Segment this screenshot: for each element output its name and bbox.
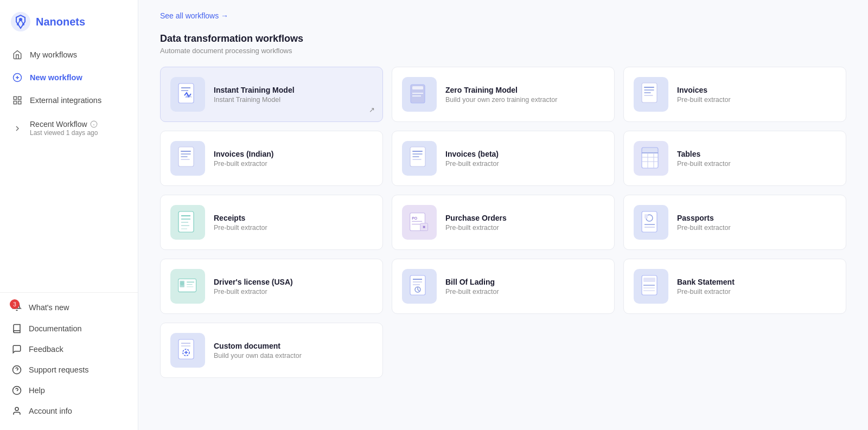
svg-point-4 xyxy=(17,23,19,25)
account-info-label: Account info xyxy=(29,407,72,415)
workflow-cards-grid: Instant Training ModelInstant Training M… xyxy=(160,67,846,378)
card-title-invoices: Invoices xyxy=(677,86,836,94)
feedback-label: Feedback xyxy=(29,345,63,354)
card-icon-bank-statement xyxy=(634,269,668,304)
card-title-receipts: Receipts xyxy=(214,214,373,222)
sidebar-item-label: My workflows xyxy=(30,50,77,59)
sidebar-item-label: New workflow xyxy=(30,73,82,82)
svg-rect-81 xyxy=(643,278,655,282)
card-title-bank-statement: Bank Statement xyxy=(677,278,836,286)
workflow-card-purchase-orders[interactable]: POPurchase OrdersPre-built extractor xyxy=(392,195,615,250)
card-icon-invoices-beta xyxy=(402,141,437,176)
card-subtitle-zero-training: Build your own zero training extractor xyxy=(445,96,604,104)
workflow-card-drivers-license[interactable]: Driver's license (USA)Pre-built extracto… xyxy=(160,259,383,314)
sidebar-item-external-integrations[interactable]: External integrations xyxy=(0,89,138,112)
card-icon-invoices xyxy=(634,77,668,112)
card-subtitle-drivers-license: Pre-built extractor xyxy=(214,288,373,296)
workflow-card-invoices-indian[interactable]: Invoices (Indian)Pre-built extractor xyxy=(160,131,383,186)
svg-point-20 xyxy=(15,407,18,410)
card-arrow-icon: ↗ xyxy=(369,106,375,114)
workflow-card-invoices-beta[interactable]: Invoices (beta)Pre-built extractor xyxy=(392,131,615,186)
chevron-right-icon xyxy=(12,123,23,134)
svg-point-71 xyxy=(180,281,184,285)
sidebar-item-whats-new[interactable]: 3 What's new xyxy=(0,296,138,318)
workflow-card-zero-training[interactable]: Zero Training ModelBuild your own zero t… xyxy=(392,67,615,122)
card-icon-passports xyxy=(634,205,668,240)
sidebar: Nanonets My workflows New workflow Exter… xyxy=(0,0,138,430)
card-icon-drivers-license xyxy=(170,269,205,304)
card-subtitle-bill-of-lading: Pre-built extractor xyxy=(445,288,604,296)
svg-rect-11 xyxy=(14,101,16,104)
plus-circle-icon xyxy=(12,72,23,83)
documentation-label: Documentation xyxy=(29,324,82,333)
logo-icon xyxy=(11,12,30,31)
main-content: See all workflows → Data transformation … xyxy=(138,0,868,430)
svg-rect-12 xyxy=(18,101,21,104)
workflow-card-bill-of-lading[interactable]: Bill Of LadingPre-built extractor xyxy=(392,259,615,314)
card-subtitle-custom-document: Build your own data extractor xyxy=(214,352,373,360)
card-subtitle-purchase-orders: Pre-built extractor xyxy=(445,224,604,232)
card-title-custom-document: Custom document xyxy=(214,342,373,350)
card-subtitle-bank-statement: Pre-built extractor xyxy=(677,288,836,296)
sidebar-item-feedback[interactable]: Feedback xyxy=(0,339,138,360)
card-title-bill-of-lading: Bill Of Lading xyxy=(445,278,604,286)
card-title-passports: Passports xyxy=(677,214,836,222)
sidebar-nav: My workflows New workflow External integ… xyxy=(0,41,138,292)
help-label: Help xyxy=(29,386,45,395)
workflow-card-receipts[interactable]: ReceiptsPre-built extractor xyxy=(160,195,383,250)
sidebar-item-account-info[interactable]: Account info xyxy=(0,401,138,421)
card-subtitle-instant-training: Instant Training Model xyxy=(214,96,373,104)
section-subtitle: Automate document processing workflows xyxy=(160,47,846,55)
card-subtitle-invoices: Pre-built extractor xyxy=(677,96,836,104)
support-requests-label: Support requests xyxy=(29,365,88,374)
sidebar-item-my-workflows[interactable]: My workflows xyxy=(0,43,138,66)
see-all-workflows-link[interactable]: See all workflows → xyxy=(160,11,228,20)
card-title-instant-training: Instant Training Model xyxy=(214,86,373,94)
card-title-zero-training: Zero Training Model xyxy=(445,86,604,94)
workflow-card-instant-training[interactable]: Instant Training ModelInstant Training M… xyxy=(160,67,383,122)
card-subtitle-receipts: Pre-built extractor xyxy=(214,224,373,232)
whats-new-label: What's new xyxy=(29,303,69,312)
app-name: Nanonets xyxy=(36,16,85,28)
workflow-card-passports[interactable]: PassportsPre-built extractor xyxy=(623,195,846,250)
sidebar-item-recent-workflow[interactable]: Recent Workflow Last viewed 1 days ago xyxy=(0,114,138,143)
card-icon-tables xyxy=(634,141,668,176)
grid-icon xyxy=(12,95,23,106)
card-title-drivers-license: Driver's license (USA) xyxy=(214,278,373,286)
info-icon xyxy=(90,120,98,128)
recent-workflow-label: Recent Workflow xyxy=(30,120,87,129)
card-icon-purchase-orders: PO xyxy=(402,205,437,240)
card-title-invoices-beta: Invoices (beta) xyxy=(445,150,604,158)
card-icon-invoices-indian xyxy=(170,141,205,176)
workflow-card-custom-document[interactable]: Custom documentBuild your own data extra… xyxy=(160,323,383,378)
section-title: Data transformation workflows xyxy=(160,33,846,44)
logo[interactable]: Nanonets xyxy=(0,0,138,41)
card-subtitle-tables: Pre-built extractor xyxy=(677,160,836,168)
home-icon xyxy=(12,49,23,60)
card-title-tables: Tables xyxy=(677,150,836,158)
workflow-card-invoices[interactable]: InvoicesPre-built extractor xyxy=(623,67,846,122)
card-title-purchase-orders: Purchase Orders xyxy=(445,214,604,222)
workflow-card-bank-statement[interactable]: Bank StatementPre-built extractor xyxy=(623,259,846,314)
card-title-invoices-indian: Invoices (Indian) xyxy=(214,150,373,158)
sidebar-bottom: 3 What's new Documentation Feedback Supp… xyxy=(0,292,138,430)
card-icon-receipts xyxy=(170,205,205,240)
card-icon-custom-document xyxy=(170,333,205,368)
card-icon-zero-training xyxy=(402,77,437,112)
workflow-card-tables[interactable]: TablesPre-built extractor xyxy=(623,131,846,186)
sidebar-item-help[interactable]: Help xyxy=(0,380,138,401)
svg-rect-68 xyxy=(644,214,648,219)
sidebar-item-label: External integrations xyxy=(30,96,101,105)
svg-rect-9 xyxy=(14,97,16,99)
svg-point-5 xyxy=(22,23,24,25)
sidebar-item-documentation[interactable]: Documentation xyxy=(0,318,138,339)
notification-badge: 3 xyxy=(10,299,20,309)
user-circle-icon xyxy=(12,406,22,416)
svg-text:PO: PO xyxy=(412,216,418,220)
sidebar-item-new-workflow[interactable]: New workflow xyxy=(0,66,138,89)
book-icon xyxy=(12,324,22,333)
sidebar-item-support-requests[interactable]: Support requests xyxy=(0,360,138,380)
card-icon-instant-training xyxy=(170,77,205,112)
card-subtitle-invoices-indian: Pre-built extractor xyxy=(214,160,373,168)
recent-workflow-sublabel: Last viewed 1 days ago xyxy=(30,129,98,137)
